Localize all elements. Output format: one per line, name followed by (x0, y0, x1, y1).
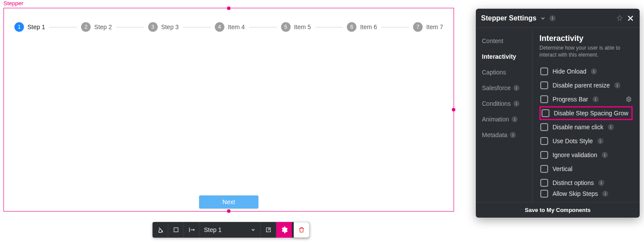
option-checkbox[interactable] (540, 151, 548, 159)
stepper-next-button[interactable]: Next (199, 195, 258, 208)
gear-icon (280, 226, 288, 234)
option-row: Distinct optionsi (539, 176, 633, 190)
settings-tab-label: Captions (482, 69, 506, 76)
stepper-step[interactable]: 5Item 5 (281, 22, 311, 32)
step-label: Step 2 (94, 24, 112, 30)
option-row: Disable Step Spacing Grow (539, 106, 633, 120)
info-icon[interactable]: i (598, 180, 604, 186)
svg-point-0 (162, 231, 163, 232)
panel-pin-button[interactable] (616, 15, 623, 22)
resize-handle-top[interactable] (227, 7, 230, 10)
panel-title-dropdown[interactable] (540, 15, 546, 21)
option-checkbox[interactable] (540, 179, 548, 187)
step-number-badge: 1 (14, 22, 24, 32)
stepper-next-label: Next (223, 198, 235, 205)
stepper-step[interactable]: 3Step 3 (148, 22, 179, 32)
option-label: Hide Onload (552, 68, 586, 75)
panel-close-button[interactable] (627, 14, 634, 22)
option-gear-button[interactable] (626, 96, 632, 102)
settings-tab-captions[interactable]: Captions (476, 64, 532, 80)
stepper-step[interactable]: 4Item 4 (215, 22, 245, 32)
settings-tabs: ContentInteractivityCaptionsSalesforceiC… (476, 28, 532, 202)
settings-tab-salesforce[interactable]: Salesforcei (476, 80, 532, 96)
toolbar-align-button[interactable] (184, 222, 200, 238)
step-number-badge: 5 (281, 22, 291, 32)
option-checkbox[interactable] (540, 95, 548, 103)
resize-handle-bottom[interactable] (227, 209, 230, 213)
toolbar-style-button[interactable] (153, 222, 168, 238)
canvas-element-label: Stepper (3, 0, 24, 7)
option-checkbox[interactable] (540, 81, 548, 89)
option-label: Allow Skip Steps (552, 190, 598, 197)
step-label: Item 7 (426, 24, 443, 30)
option-row: Hide Onloadi (539, 64, 633, 78)
trash-icon (298, 226, 305, 233)
info-icon: i (513, 85, 519, 91)
settings-tab-interactivity[interactable]: Interactivity (476, 49, 532, 64)
toolbar-box-button[interactable] (168, 222, 184, 238)
step-number-badge: 7 (413, 22, 423, 32)
info-icon[interactable]: i (593, 96, 599, 102)
step-connector (49, 27, 77, 27)
svg-point-3 (628, 98, 630, 100)
step-connector (183, 27, 210, 27)
step-label: Item 6 (360, 24, 377, 30)
step-connector (381, 27, 409, 27)
stepper-step[interactable]: 7Item 7 (413, 22, 443, 32)
info-icon: i (513, 101, 519, 107)
chevron-down-icon (540, 15, 546, 21)
toolbar-open-button[interactable] (261, 222, 276, 238)
option-label: Disable name click (552, 124, 603, 131)
settings-tab-label: Conditions (482, 100, 511, 107)
step-number-badge: 2 (81, 22, 91, 32)
info-icon[interactable]: i (597, 138, 603, 144)
option-checkbox[interactable] (542, 109, 549, 117)
settings-tab-animation[interactable]: Animationi (476, 111, 532, 127)
info-icon[interactable]: i (608, 124, 614, 130)
toolbar-settings-button[interactable] (276, 222, 292, 238)
option-label: Disable Step Spacing Grow (554, 110, 628, 117)
svg-rect-1 (174, 228, 178, 232)
option-row: Disable name clicki (539, 120, 633, 134)
option-row: Progress Bari (539, 92, 633, 106)
resize-handle-right[interactable] (452, 108, 455, 111)
option-checkbox[interactable] (540, 190, 548, 198)
settings-content: Interactivity Determine how your user is… (532, 28, 640, 202)
toolbar-delete-button[interactable] (294, 222, 309, 238)
stepper-step[interactable]: 6Item 6 (347, 22, 377, 32)
settings-panel: Stepper Settings i ContentInteractivityC… (476, 9, 640, 218)
save-to-my-components-button[interactable]: Save to My Components (476, 202, 640, 218)
info-icon[interactable]: i (591, 68, 597, 74)
close-icon (627, 14, 634, 22)
info-icon[interactable]: i (602, 152, 608, 158)
step-label: Step 1 (27, 24, 45, 30)
step-number-badge: 3 (148, 22, 158, 32)
option-checkbox[interactable] (540, 123, 548, 131)
option-checkbox[interactable] (540, 67, 548, 75)
panel-footer-label: Save to My Components (525, 207, 591, 213)
settings-tab-metadata[interactable]: Metadatai (476, 127, 532, 143)
settings-section-subtitle: Determine how your user is able to inter… (539, 45, 633, 58)
stepper-step[interactable]: 1Step 1 (14, 22, 45, 32)
settings-tab-conditions[interactable]: Conditionsi (476, 96, 532, 111)
step-connector (116, 27, 144, 27)
step-connector (249, 27, 277, 27)
option-checkbox[interactable] (540, 137, 548, 145)
settings-tab-content[interactable]: Content (476, 33, 532, 49)
option-label: Distinct options (552, 179, 594, 186)
toolbar-step-select[interactable]: Step 1 (200, 222, 261, 238)
option-row: Use Dots Stylei (539, 134, 633, 148)
option-row: Ignore validationi (539, 148, 633, 162)
option-label: Disable parent resize (552, 82, 610, 89)
option-label: Progress Bar (552, 96, 588, 103)
option-row: Disable parent resizei (539, 78, 633, 92)
option-checkbox[interactable] (540, 165, 548, 173)
info-icon[interactable]: i (614, 82, 620, 88)
info-icon[interactable]: i (602, 191, 608, 197)
settings-section-title: Interactivity (539, 34, 633, 43)
step-connector (315, 27, 343, 27)
panel-title-info-icon[interactable]: i (549, 15, 556, 21)
option-label: Use Dots Style (552, 138, 593, 145)
stepper-step[interactable]: 2Step 2 (81, 22, 112, 32)
stepper-component[interactable]: 1Step 12Step 23Step 34Item 45Item 56Item… (3, 8, 454, 212)
